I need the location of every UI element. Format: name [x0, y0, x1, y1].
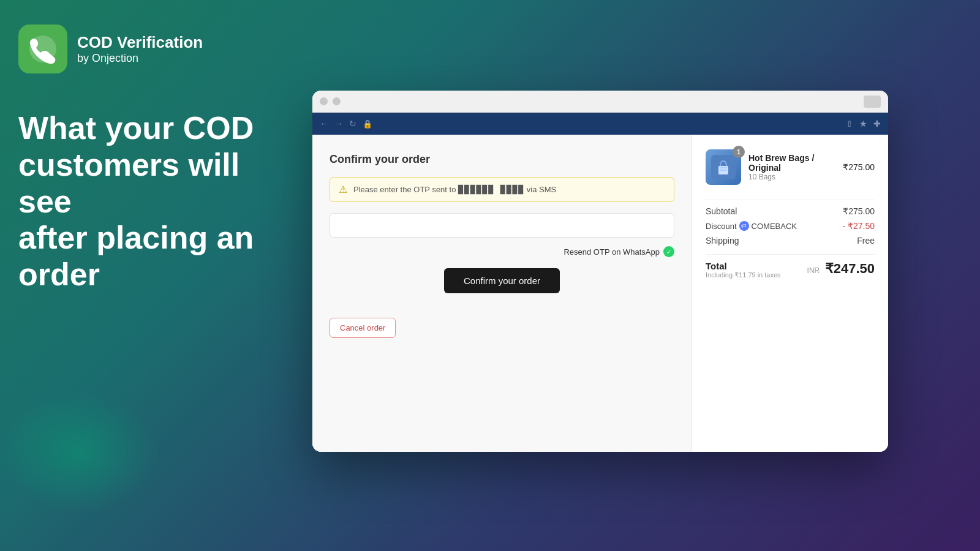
item-name: Hot Brew Bags / Original — [748, 153, 835, 173]
divider-1 — [706, 200, 875, 200]
forward-icon[interactable]: → — [334, 119, 343, 129]
window-close-dot[interactable] — [320, 97, 328, 105]
toolbar-right: ⇧ ★ ✚ — [846, 119, 881, 129]
confirm-order-button[interactable]: Confirm your order — [444, 268, 560, 293]
order-summary-panel: 1 Hot Brew Bags / Original — [692, 135, 888, 452]
order-item: 1 Hot Brew Bags / Original — [706, 149, 875, 185]
shipping-row: Shipping Free — [706, 236, 875, 246]
warning-icon: ⚠ — [339, 184, 347, 195]
subtotal-label: Subtotal — [706, 206, 737, 216]
discount-tag-icon: 🏷 — [739, 221, 749, 231]
checkout-panel: Confirm your order ⚠ Please enter the OT… — [312, 135, 692, 452]
share-icon[interactable]: ⇧ — [846, 119, 853, 129]
app-name: COD Verification — [77, 33, 203, 52]
shipping-value: Free — [857, 236, 875, 246]
star-icon[interactable]: ★ — [859, 119, 867, 129]
resend-otp-link[interactable]: Resend OTP on WhatsApp — [564, 247, 660, 257]
item-variant: 10 Bags — [748, 173, 835, 181]
refresh-icon[interactable]: ↻ — [349, 119, 356, 129]
subtotal-value: ₹275.00 — [843, 206, 875, 216]
lock-icon: 🔒 — [363, 119, 372, 129]
hero-text: What your COD customers will see after p… — [18, 110, 288, 293]
logo-text: COD Verification by Onjection — [77, 33, 203, 65]
total-label: Total — [706, 261, 781, 271]
window-minimize-dot[interactable] — [333, 97, 341, 105]
checkout-title: Confirm your order — [330, 153, 674, 166]
logo-area: COD Verification by Onjection — [18, 24, 288, 73]
item-details: Hot Brew Bags / Original 10 Bags — [748, 153, 835, 181]
item-price: ₹275.00 — [843, 162, 875, 172]
item-image-wrapper: 1 — [706, 149, 741, 185]
total-tax: Including ₹11.79 in taxes — [706, 271, 781, 279]
svg-rect-3 — [720, 167, 727, 168]
shipping-label: Shipping — [706, 236, 739, 246]
puzzle-icon[interactable]: ✚ — [873, 119, 881, 129]
discount-row: Discount 🏷 COMEBACK - ₹27.50 — [706, 221, 875, 231]
total-amount: INR ₹247.50 — [807, 261, 875, 277]
browser-chrome-bar — [312, 91, 888, 113]
masked-phone: ██████ ████ — [458, 185, 524, 194]
browser-content: Confirm your order ⚠ Please enter the OT… — [312, 135, 888, 452]
svg-rect-4 — [720, 170, 727, 171]
item-quantity-badge: 1 — [733, 146, 745, 158]
total-left: Total Including ₹11.79 in taxes — [706, 261, 781, 279]
discount-label: Discount 🏷 COMEBACK — [706, 221, 797, 231]
total-row: Total Including ₹11.79 in taxes INR ₹247… — [706, 254, 875, 279]
window-maximize-dot[interactable] — [864, 96, 881, 108]
otp-alert-box: ⚠ Please enter the OTP sent to ██████ ██… — [330, 177, 674, 202]
resend-row: Resend OTP on WhatsApp ✓ — [330, 246, 674, 257]
whatsapp-icon: ✓ — [663, 246, 674, 257]
app-subtitle: by Onjection — [77, 52, 203, 65]
browser-toolbar: ← → ↻ 🔒 ⇧ ★ ✚ — [312, 113, 888, 135]
total-currency: INR — [807, 266, 820, 275]
total-value: ₹247.50 — [825, 261, 875, 276]
left-panel: COD Verification by Onjection What your … — [0, 0, 312, 551]
otp-alert-text: Please enter the OTP sent to ██████ ████… — [353, 185, 556, 194]
back-icon[interactable]: ← — [320, 119, 328, 129]
logo-icon — [18, 24, 67, 73]
otp-input[interactable] — [330, 213, 674, 238]
subtotal-row: Subtotal ₹275.00 — [706, 206, 875, 216]
browser-window: ← → ↻ 🔒 ⇧ ★ ✚ Confirm your order ⚠ Pleas… — [312, 91, 888, 452]
cancel-order-button[interactable]: Cancel order — [330, 318, 396, 338]
discount-value: - ₹27.50 — [842, 221, 875, 231]
